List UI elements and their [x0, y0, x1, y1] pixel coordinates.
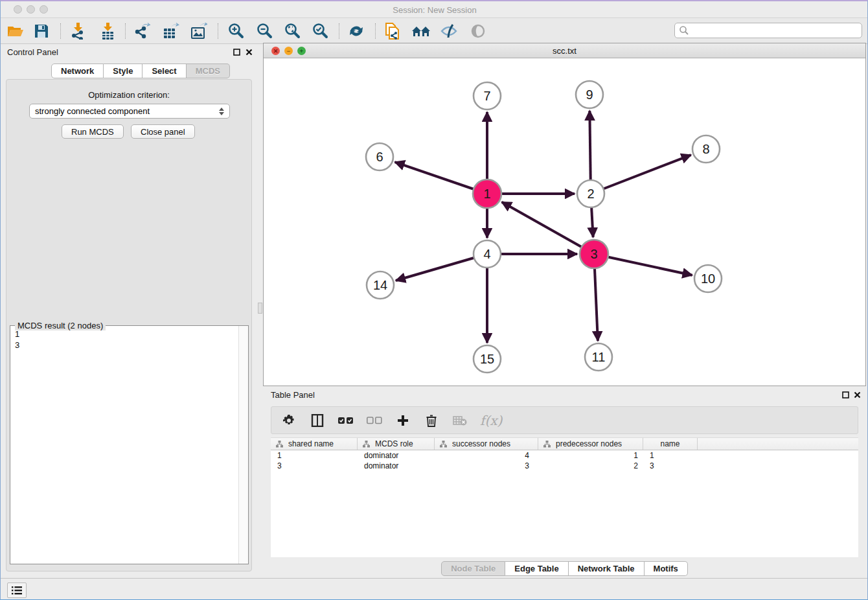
cell-successor-nodes[interactable]: 3	[435, 461, 538, 470]
mcds-result-item[interactable]: 1	[15, 329, 233, 340]
open-file-icon[interactable]	[6, 22, 25, 40]
zoom-fit-icon[interactable]	[282, 22, 302, 40]
apply-layout-icon[interactable]	[347, 22, 366, 40]
graph-node-label: 3	[590, 247, 597, 261]
graph-node-9[interactable]: 9	[576, 81, 603, 108]
export-table-icon[interactable]	[161, 22, 181, 40]
cell-mcds-role[interactable]: dominator	[358, 451, 435, 460]
table-panel-float-icon[interactable]	[841, 391, 850, 399]
graph-node-7[interactable]: 7	[474, 82, 501, 110]
hide-selected-icon[interactable]	[439, 22, 459, 40]
import-network-icon[interactable]	[68, 22, 87, 40]
delete-table-icon[interactable]	[451, 412, 468, 429]
control-panel-float-icon[interactable]	[233, 48, 241, 56]
cell-shared-name[interactable]: 3	[271, 461, 358, 470]
toolbar-separator	[125, 23, 126, 39]
graph-node-6[interactable]: 6	[366, 143, 393, 170]
column-header-predecessor-nodes[interactable]: predecessor nodes	[538, 438, 643, 450]
tab-edge-table[interactable]: Edge Table	[505, 561, 568, 576]
cell-predecessor-nodes[interactable]: 1	[538, 451, 643, 460]
search-input[interactable]	[689, 26, 862, 35]
vertical-splitter-handle[interactable]	[258, 303, 262, 314]
cell-name[interactable]: 1	[643, 451, 698, 460]
add-column-icon[interactable]	[394, 412, 411, 429]
cell-shared-name[interactable]: 1	[271, 451, 358, 460]
table-row[interactable]: 3 dominator 3 2 3	[271, 461, 858, 471]
attribute-icon	[543, 441, 551, 448]
show-panels-button[interactable]	[7, 583, 27, 598]
save-session-icon[interactable]	[32, 22, 51, 40]
graph-node-8[interactable]: 8	[692, 135, 720, 163]
graph-node-1[interactable]: 1	[473, 179, 501, 208]
optimization-criterion-select[interactable]: strongly connected component	[29, 104, 230, 119]
import-table-icon[interactable]	[98, 22, 117, 40]
column-header-successor-nodes[interactable]: successor nodes	[435, 438, 538, 450]
tab-motifs[interactable]: Motifs	[645, 561, 688, 576]
table-panel-close-icon[interactable]	[853, 391, 862, 399]
toolbar-separator	[60, 23, 61, 39]
network-graph[interactable]: 7968124314101511	[264, 58, 865, 386]
tab-select[interactable]: Select	[143, 63, 186, 78]
tab-network-table[interactable]: Network Table	[569, 561, 645, 576]
tab-node-table[interactable]: Node Table	[441, 561, 505, 576]
run-mcds-button[interactable]: Run MCDS	[62, 124, 124, 139]
network-canvas[interactable]: 7968124314101511	[264, 58, 865, 386]
tab-mcds[interactable]: MCDS	[187, 63, 230, 78]
list-icon	[12, 586, 22, 595]
function-builder-icon[interactable]: f(x)	[480, 412, 502, 429]
graph-node-label: 15	[480, 352, 494, 366]
column-header-name[interactable]: name	[643, 438, 698, 450]
cell-predecessor-nodes[interactable]: 2	[538, 461, 643, 470]
delete-column-icon[interactable]	[423, 412, 440, 429]
toolbar-separator	[375, 23, 376, 39]
export-image-icon[interactable]	[189, 22, 209, 40]
graph-node-15[interactable]: 15	[474, 345, 501, 373]
zoom-out-icon[interactable]	[255, 22, 274, 40]
new-network-from-selection-icon[interactable]	[383, 22, 402, 40]
zoom-in-icon[interactable]	[226, 22, 246, 40]
table-panel-title: Table Panel	[271, 390, 315, 400]
control-panel-title: Control Panel	[7, 47, 58, 57]
first-neighbors-icon[interactable]	[411, 22, 431, 40]
close-panel-button[interactable]: Close panel	[131, 124, 195, 139]
table-panel-toolbar: f(x)	[271, 406, 858, 434]
graph-node-2[interactable]: 2	[577, 180, 604, 207]
tab-style[interactable]: Style	[104, 63, 143, 78]
search-icon	[679, 25, 689, 36]
cell-mcds-role[interactable]: dominator	[358, 461, 435, 470]
cell-name[interactable]: 3	[643, 461, 698, 470]
graph-node-3[interactable]: 3	[580, 240, 608, 268]
zoom-selected-icon[interactable]	[310, 22, 330, 40]
control-panel-close-icon[interactable]	[245, 48, 253, 56]
attribute-icon	[363, 441, 370, 448]
table-row[interactable]: 1 dominator 4 1 1	[271, 450, 858, 461]
network-view-window: ✕ − + scc.txt 7968124314101511	[263, 43, 866, 386]
graph-edge-2-8[interactable]	[591, 155, 691, 194]
graph-edge-3-1[interactable]	[502, 202, 594, 254]
select-all-columns-icon[interactable]	[337, 412, 354, 429]
result-scrollbar[interactable]	[238, 326, 248, 564]
node-table-header: shared name MCDS role successor nodes pr…	[271, 437, 858, 450]
column-header-shared-name[interactable]: shared name	[271, 438, 358, 450]
node-table: shared name MCDS role successor nodes pr…	[271, 437, 858, 557]
graph-node-11[interactable]: 11	[585, 343, 612, 371]
graph-node-label: 4	[483, 247, 490, 261]
unselect-all-columns-icon[interactable]	[366, 412, 383, 429]
graph-node-14[interactable]: 14	[367, 271, 394, 299]
graph-node-label: 7	[483, 89, 490, 103]
cell-successor-nodes[interactable]: 4	[435, 451, 538, 460]
tab-network[interactable]: Network	[51, 63, 104, 78]
mcds-result-item[interactable]: 3	[15, 340, 233, 351]
graph-node-4[interactable]: 4	[474, 240, 501, 268]
graph-node-10[interactable]: 10	[694, 265, 722, 292]
gear-icon[interactable]	[280, 412, 297, 429]
export-network-icon[interactable]	[133, 22, 152, 40]
graph-node-label: 14	[373, 278, 387, 292]
column-layout-icon[interactable]	[309, 412, 326, 429]
column-header-mcds-role[interactable]: MCDS role	[358, 438, 435, 450]
graph-node-label: 2	[587, 187, 594, 201]
network-window-titlebar[interactable]: ✕ − + scc.txt	[264, 43, 865, 58]
search-field[interactable]	[674, 23, 862, 38]
show-all-icon[interactable]	[468, 22, 488, 40]
status-bar: Memory	[1, 578, 868, 600]
